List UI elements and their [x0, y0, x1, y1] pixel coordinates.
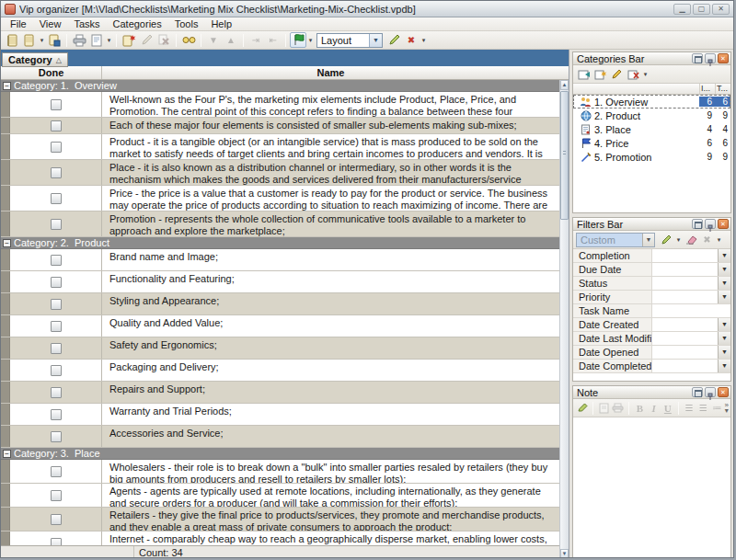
done-checkbox[interactable] [51, 277, 62, 288]
menu-tasks[interactable]: Tasks [67, 17, 106, 30]
filter-value-field[interactable] [652, 277, 718, 290]
collapse-icon[interactable]: − [3, 82, 11, 90]
filter-dropdown-icon[interactable]: ▼ [718, 332, 730, 345]
underline-icon[interactable]: U [661, 401, 674, 416]
categories-pin-icon[interactable] [705, 53, 716, 63]
done-checkbox[interactable] [51, 142, 62, 153]
filter-value-field[interactable] [652, 291, 718, 303]
collapse-icon[interactable]: − [3, 450, 11, 458]
filter-dropdown-icon[interactable]: ▼ [718, 318, 730, 331]
filter-dropdown-icon[interactable]: ▼ [718, 360, 730, 372]
done-checkbox[interactable] [51, 409, 62, 420]
task-row[interactable]: Brand name and Image; [1, 249, 562, 271]
column-header-name[interactable]: Name [102, 66, 559, 79]
print-preview-icon[interactable] [88, 32, 105, 48]
task-row[interactable]: Packaging and Delivery; [1, 360, 562, 382]
task-row[interactable]: Accessories and Service; [1, 426, 562, 448]
clear-filter-icon[interactable] [683, 233, 698, 247]
task-row[interactable]: Well-known as the Four P's, the marketin… [1, 92, 562, 118]
task-row[interactable]: Agents - agents are typically used at re… [1, 484, 562, 508]
task-row[interactable]: Promotion - represents the whole collect… [1, 211, 562, 237]
view-glasses-icon[interactable] [180, 32, 197, 48]
done-checkbox[interactable] [51, 167, 62, 178]
task-row[interactable]: Functionality and Featuring; [1, 271, 562, 293]
filter-value-field[interactable] [652, 304, 730, 317]
categories-toolbar-dropdown-icon[interactable]: ▾ [642, 71, 649, 78]
done-checkbox[interactable] [51, 299, 62, 310]
filter-value-field[interactable] [652, 346, 718, 359]
filter-value-field[interactable] [652, 263, 718, 276]
filters-pin-icon[interactable] [705, 219, 716, 229]
task-row[interactable]: Product - it is a tangible object (or an… [1, 134, 562, 160]
done-checkbox[interactable] [51, 365, 62, 376]
scrollbar-track[interactable] [560, 220, 569, 549]
delete-layout-icon[interactable]: ✖ [403, 32, 420, 48]
done-checkbox[interactable] [51, 321, 62, 332]
menu-help[interactable]: Help [204, 17, 238, 30]
flag-icon[interactable] [290, 32, 306, 48]
task-row[interactable]: Warranty and Trial Periods; [1, 404, 562, 426]
group-by-category-button[interactable]: Category △ [2, 52, 68, 67]
scroll-up-icon[interactable]: ▲ [560, 80, 569, 90]
flag-dropdown-icon[interactable]: ▾ [307, 37, 314, 44]
filter-dropdown-icon[interactable]: ▼ [718, 277, 730, 290]
filter-value-field[interactable] [652, 360, 718, 372]
filter-row[interactable]: Date Last Modified▼ [573, 332, 730, 346]
filter-value-field[interactable] [652, 332, 718, 345]
tree-column-2[interactable]: T... [715, 84, 730, 94]
done-checkbox[interactable] [51, 99, 62, 110]
filter-row[interactable]: Due Date▼ [573, 263, 730, 277]
menu-categories[interactable]: Categories [107, 17, 168, 30]
done-checkbox[interactable] [51, 387, 62, 398]
minimize-button[interactable]: ▁ [673, 4, 691, 15]
delete-category-icon[interactable] [626, 67, 641, 82]
note-pin-icon[interactable] [705, 387, 716, 397]
task-row[interactable]: Styling and Appearance; [1, 293, 562, 315]
done-checkbox[interactable] [51, 490, 62, 501]
layout-combobox-dropdown-icon[interactable]: ▼ [369, 34, 382, 47]
layout-dropdown-icon[interactable]: ▾ [420, 37, 427, 44]
filter-row[interactable]: Task Name [573, 304, 730, 318]
align-left-icon[interactable]: ☰ [683, 401, 696, 416]
new-category-icon[interactable] [576, 67, 592, 82]
bold-icon[interactable]: B [633, 401, 646, 416]
delete-filter-icon[interactable]: ✖ [699, 233, 715, 247]
new-database-icon[interactable] [4, 32, 20, 48]
filters-close-icon[interactable]: ✕ [718, 219, 729, 229]
print-icon[interactable] [71, 32, 87, 48]
task-row[interactable]: Price - the price is a value that a cust… [1, 186, 562, 211]
menu-view[interactable]: View [33, 17, 68, 30]
filter-row[interactable]: Status▼ [573, 277, 730, 291]
done-checkbox[interactable] [51, 431, 62, 442]
filter-value-field[interactable] [652, 318, 718, 331]
new-task-icon[interactable] [121, 32, 137, 48]
italic-icon[interactable]: I [648, 401, 661, 416]
note-print-icon[interactable] [611, 401, 625, 416]
done-checkbox[interactable] [51, 255, 62, 266]
note-close-icon[interactable]: ✕ [718, 387, 729, 397]
close-button[interactable]: ✕ [712, 4, 730, 15]
category-item[interactable]: 4. Price66 [573, 136, 730, 150]
save-database-icon[interactable] [46, 32, 63, 48]
filter-dropdown-icon[interactable]: ▼ [718, 263, 730, 276]
filter-row[interactable]: Date Opened▼ [573, 346, 730, 360]
category-item[interactable]: 1. Overview66 [573, 95, 730, 109]
task-row[interactable]: Wholesalers - their role is to break dow… [1, 460, 562, 484]
print-dropdown-icon[interactable]: ▾ [106, 37, 112, 44]
done-checkbox[interactable] [51, 219, 62, 230]
filter-preset-combobox[interactable]: Custom ▼ [576, 233, 655, 247]
open-dropdown-icon[interactable]: ▾ [39, 37, 45, 44]
done-checkbox[interactable] [51, 343, 62, 354]
filter-preset-dropdown-icon[interactable]: ▼ [642, 234, 654, 246]
done-checkbox[interactable] [51, 466, 62, 477]
edit-category-icon[interactable] [609, 67, 625, 82]
column-header-done[interactable]: Done [1, 66, 102, 79]
outdent-icon[interactable]: ⇤ [265, 32, 282, 48]
group-by-band[interactable]: Category △ [1, 50, 569, 66]
task-row[interactable]: Quality and Added Value; [1, 315, 562, 337]
task-row[interactable]: Repairs and Support; [1, 382, 562, 404]
group-header-row[interactable]: −Category: 1. Overview [1, 80, 562, 92]
category-item[interactable]: 2. Product99 [573, 109, 730, 122]
filter-row[interactable]: Date Completed▼ [573, 360, 730, 373]
new-subcategory-icon[interactable] [592, 67, 608, 82]
